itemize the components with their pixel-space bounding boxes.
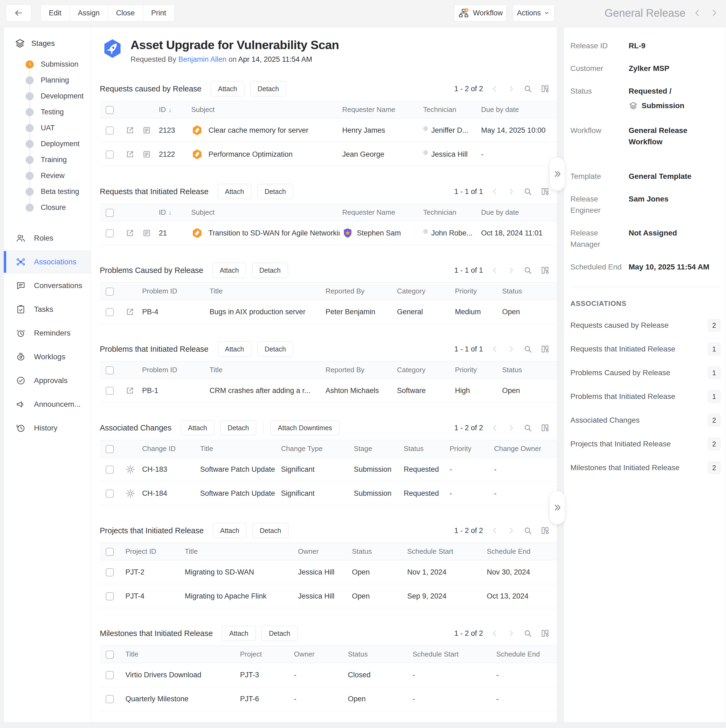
- row-checkbox[interactable]: [106, 466, 114, 474]
- select-all-checkbox[interactable]: [106, 288, 114, 296]
- detach-button[interactable]: Detach: [257, 184, 293, 199]
- notes-icon[interactable]: [142, 126, 151, 135]
- search-icon[interactable]: [523, 526, 533, 535]
- detach-button[interactable]: Detach: [252, 523, 288, 538]
- column-chooser-icon[interactable]: [540, 84, 550, 93]
- external-link-icon[interactable]: [125, 386, 135, 395]
- row-checkbox[interactable]: [106, 387, 114, 395]
- search-icon[interactable]: [523, 423, 533, 433]
- attach-button[interactable]: Attach: [211, 81, 245, 96]
- detach-button[interactable]: Detach: [220, 420, 256, 435]
- notes-icon[interactable]: [142, 150, 151, 159]
- detach-button[interactable]: Detach: [261, 626, 298, 641]
- sidebar-item-reminders[interactable]: Reminders: [4, 321, 91, 345]
- stage-item-training[interactable]: Training: [4, 152, 91, 168]
- attach-button[interactable]: Attach: [218, 184, 251, 199]
- row-checkbox[interactable]: [106, 229, 114, 237]
- sidebar-item-roles[interactable]: Roles: [4, 226, 91, 250]
- select-all-checkbox[interactable]: [106, 445, 114, 453]
- row-checkbox[interactable]: [106, 568, 114, 577]
- row-checkbox[interactable]: [106, 592, 114, 600]
- attach-button[interactable]: Attach: [181, 420, 214, 435]
- column-chooser-icon[interactable]: [540, 187, 550, 196]
- next-release-icon[interactable]: [709, 8, 719, 18]
- requester-link[interactable]: Benjamin Allen: [178, 55, 226, 63]
- print-button[interactable]: Print: [143, 4, 175, 21]
- next-page-icon[interactable]: [507, 526, 515, 535]
- column-chooser-icon[interactable]: [540, 526, 550, 535]
- stage-item-beta-testing[interactable]: Beta testing: [4, 184, 91, 200]
- search-icon[interactable]: [523, 629, 533, 638]
- attach-button[interactable]: Attach: [222, 626, 256, 641]
- prev-page-icon[interactable]: [491, 187, 499, 196]
- stage-item-development[interactable]: Development: [4, 88, 91, 104]
- stage-item-uat[interactable]: UAT: [4, 120, 91, 136]
- external-link-icon[interactable]: [125, 228, 135, 238]
- prev-page-icon[interactable]: [491, 84, 499, 93]
- prev-page-icon[interactable]: [491, 526, 499, 535]
- association-link[interactable]: Requests caused by Release 2: [570, 319, 720, 332]
- next-page-icon[interactable]: [507, 345, 515, 353]
- select-all-checkbox[interactable]: [106, 366, 114, 375]
- stage-item-review[interactable]: Review: [4, 168, 91, 184]
- association-link[interactable]: Associated Changes 2: [570, 414, 720, 427]
- stage-item-testing[interactable]: Testing: [4, 104, 91, 120]
- attach-downtimes-button[interactable]: Attach Downtimes: [271, 420, 339, 435]
- detach-button[interactable]: Detach: [257, 341, 293, 356]
- row-checkbox[interactable]: [106, 150, 114, 159]
- select-all-checkbox[interactable]: [106, 651, 114, 659]
- sidebar-item-associations[interactable]: Associations: [4, 250, 91, 274]
- sort-desc-icon[interactable]: ↓: [168, 209, 172, 216]
- next-page-icon[interactable]: [507, 629, 515, 638]
- sidebar-item-announcem-[interactable]: Announcem...: [4, 393, 91, 416]
- column-chooser-icon[interactable]: [540, 265, 550, 275]
- sidebar-item-worklogs[interactable]: Worklogs: [4, 345, 91, 369]
- collapse-panel-handle[interactable]: [549, 157, 565, 191]
- workflow-button[interactable]: Workflow: [454, 4, 507, 21]
- row-checkbox[interactable]: [106, 671, 114, 679]
- next-page-icon[interactable]: [507, 424, 515, 432]
- search-icon[interactable]: [523, 344, 533, 354]
- external-link-icon[interactable]: [125, 126, 135, 135]
- prev-page-icon[interactable]: [491, 424, 499, 432]
- stage-item-closure[interactable]: Closure: [4, 200, 91, 216]
- column-chooser-icon[interactable]: [540, 629, 550, 638]
- actions-dropdown[interactable]: Actions: [513, 4, 555, 21]
- prev-page-icon[interactable]: [491, 629, 499, 638]
- detach-button[interactable]: Detach: [250, 81, 286, 96]
- row-checkbox[interactable]: [106, 489, 114, 498]
- sidebar-item-conversations[interactable]: Conversations: [4, 274, 91, 298]
- attach-button[interactable]: Attach: [218, 341, 251, 356]
- prev-page-icon[interactable]: [491, 345, 499, 353]
- prev-release-icon[interactable]: [692, 8, 702, 18]
- association-link[interactable]: Requests that Initiated Release 1: [570, 343, 720, 355]
- next-page-icon[interactable]: [507, 266, 515, 275]
- sidebar-item-approvals[interactable]: Approvals: [4, 369, 91, 393]
- column-chooser-icon[interactable]: [540, 423, 550, 433]
- close-button[interactable]: Close: [108, 4, 143, 21]
- next-page-icon[interactable]: [507, 84, 515, 93]
- select-all-checkbox[interactable]: [106, 209, 114, 217]
- notes-icon[interactable]: [142, 228, 151, 238]
- collapse-panel-handle[interactable]: [549, 491, 565, 525]
- stage-item-deployment[interactable]: Deployment: [4, 136, 91, 152]
- sidebar-item-history[interactable]: History: [4, 416, 91, 440]
- external-link-icon[interactable]: [125, 307, 135, 317]
- search-icon[interactable]: [523, 265, 533, 275]
- edit-button[interactable]: Edit: [40, 4, 70, 21]
- back-button[interactable]: [6, 4, 31, 21]
- stage-item-submission[interactable]: Submission: [4, 57, 91, 72]
- association-link[interactable]: Projects that Initiated Release 2: [570, 438, 720, 450]
- prev-page-icon[interactable]: [491, 266, 499, 275]
- row-checkbox[interactable]: [106, 127, 114, 135]
- association-link[interactable]: Problems Caused by Release 1: [570, 367, 720, 379]
- stage-item-planning[interactable]: Planning: [4, 72, 91, 88]
- external-link-icon[interactable]: [125, 150, 135, 159]
- search-icon[interactable]: [523, 187, 533, 196]
- association-link[interactable]: Milestones that Initiated Release 2: [570, 462, 720, 474]
- select-all-checkbox[interactable]: [106, 548, 114, 556]
- assign-button[interactable]: Assign: [70, 4, 108, 21]
- column-chooser-icon[interactable]: [540, 344, 550, 354]
- attach-button[interactable]: Attach: [213, 523, 246, 538]
- search-icon[interactable]: [523, 84, 533, 93]
